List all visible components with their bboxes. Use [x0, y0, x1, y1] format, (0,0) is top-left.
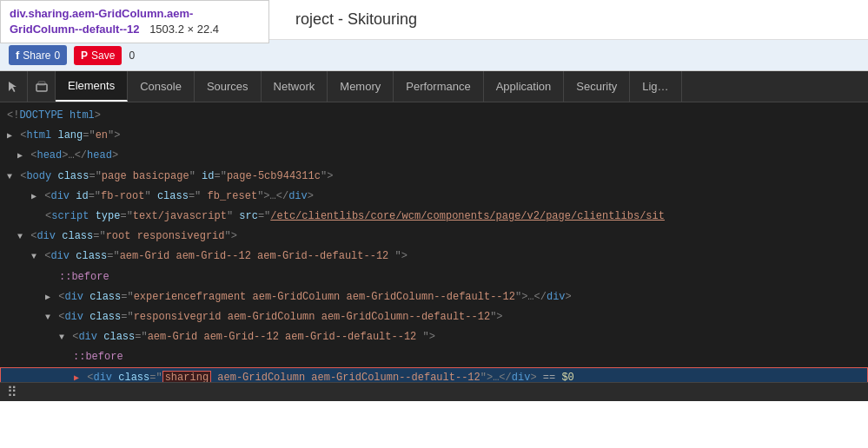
save-label: Save — [91, 49, 115, 62]
facebook-icon: f — [16, 49, 19, 62]
tooltip-dimensions: 1503.2 × 22.4 — [149, 23, 219, 36]
code-sharing-div[interactable]: <div class="sharing aem-GridColumn aem-G… — [0, 367, 868, 382]
tab-sources[interactable]: Sources — [195, 71, 262, 102]
elements-panel-content: <!DOCTYPE html> <html lang="en"> <head>…… — [0, 102, 868, 382]
pinterest-save-button[interactable]: P Save — [74, 46, 122, 65]
page-title: roject - Skitouring — [295, 10, 417, 29]
pinterest-icon: P — [81, 49, 88, 62]
bottom-dots: ⠿ — [7, 384, 19, 400]
code-html[interactable]: <html lang="en"> — [0, 126, 868, 146]
tab-security[interactable]: Security — [564, 71, 630, 102]
tab-memory[interactable]: Memory — [328, 71, 394, 102]
element-tooltip: div.sharing.aem-GridColumn.aem-GridColum… — [0, 0, 269, 43]
devtools-bottom-bar: ⠿ — [0, 382, 868, 401]
code-aem-grid[interactable]: <div class="aem-Grid aem-Grid--12 aem-Gr… — [0, 247, 868, 267]
tab-network[interactable]: Network — [262, 71, 328, 102]
code-experiencefragment[interactable]: <div class="experiencefragment aem-GridC… — [0, 287, 868, 307]
code-before-1[interactable]: ::before — [0, 267, 868, 287]
social-bar: f Share 0 P Save 0 — [0, 40, 868, 71]
code-doctype[interactable]: <!DOCTYPE html> — [0, 106, 868, 126]
code-fb-root[interactable]: <div id="fb-root" class=" fb_reset">…</d… — [0, 187, 868, 207]
code-script[interactable]: <script type="text/javascript" src="/etc… — [0, 207, 868, 227]
share-button[interactable]: f Share 0 — [9, 45, 67, 65]
code-before-2[interactable]: ::before — [0, 347, 868, 367]
code-head[interactable]: <head>…</head> — [0, 146, 868, 166]
cursor-icon[interactable] — [0, 71, 28, 102]
tab-application[interactable]: Application — [484, 71, 565, 102]
tab-console[interactable]: Console — [128, 71, 195, 102]
code-responsivegrid[interactable]: <div class="responsivegrid aem-GridColum… — [0, 307, 868, 327]
code-aem-grid-2[interactable]: <div class="aem-Grid aem-Grid--12 aem-Gr… — [0, 327, 868, 347]
box-select-icon[interactable] — [28, 71, 56, 102]
code-root-div[interactable]: <div class="root responsivegrid"> — [0, 227, 868, 247]
save-count: 0 — [129, 49, 135, 62]
share-count: 0 — [54, 49, 60, 62]
devtools-toolbar: Elements Console Sources Network Memory … — [0, 71, 868, 102]
tab-elements[interactable]: Elements — [56, 71, 128, 102]
devtools-tabs: Elements Console Sources Network Memory … — [56, 71, 868, 102]
share-label: Share — [23, 49, 50, 62]
tab-performance[interactable]: Performance — [394, 71, 483, 102]
tab-lighthouse[interactable]: Lig… — [630, 71, 681, 102]
code-body[interactable]: <body class="page basicpage" id="page-5c… — [0, 167, 868, 187]
devtools-panel: Elements Console Sources Network Memory … — [0, 71, 868, 401]
